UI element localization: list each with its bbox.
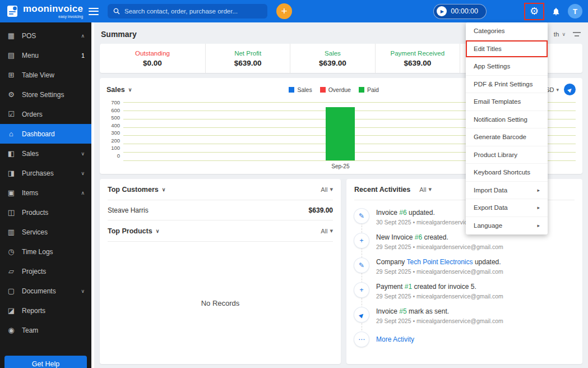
reports-icon: ◪ — [7, 306, 16, 315]
top-products-title[interactable]: Top Products ∨ — [108, 227, 159, 235]
pos-icon: ▦ — [7, 31, 16, 40]
menu-item-app-settings[interactable]: App Settings — [466, 58, 548, 76]
sidebar-item-time-logs[interactable]: ◷ Time Logs — [0, 242, 91, 261]
activity-link[interactable]: #6 — [415, 233, 422, 241]
menu-item-pdf-print-settings[interactable]: PDF & Print Settings — [466, 76, 548, 94]
sidebar-item-table-view[interactable]: ⊞ Table View — [0, 65, 91, 85]
activity-link[interactable]: Tech Point Electronics — [406, 258, 473, 266]
chart-legend: Sales Overdue Paid — [289, 86, 379, 93]
sidebar-item-orders[interactable]: ☑ Orders — [0, 104, 91, 124]
sidebar-item-documents[interactable]: ▢ Documents ∨ — [0, 281, 91, 301]
top-customers-filter[interactable]: All ▾ — [321, 186, 333, 193]
chevron-down-icon: ∨ — [81, 171, 85, 176]
sidebar-item-services[interactable]: ▥ Services — [0, 222, 91, 242]
pencil-icon[interactable]: ✎ — [354, 209, 369, 223]
activity-link[interactable]: #6 — [399, 209, 406, 217]
plus-icon[interactable]: + — [354, 283, 369, 297]
activity-meta: 29 Sept 2025 • micealgardenservice@gmail… — [376, 318, 503, 324]
menu-item-product-library[interactable]: Product Library — [466, 146, 548, 164]
share-icon[interactable]: ▶ — [564, 84, 576, 95]
sales-bar[interactable] — [326, 107, 355, 160]
chevron-up-icon: ∧ — [81, 190, 85, 196]
stat-payment-received: Payment Received $639.00 — [376, 44, 460, 73]
pencil-icon[interactable]: ✎ — [354, 258, 369, 273]
menu-item-keyboard-shortcuts[interactable]: Keyboard Shortcuts — [466, 164, 548, 182]
sidebar: ▦ POS ∧ ▤ Menu 1 ⊞ Table View ⚙ Store Se… — [0, 22, 94, 368]
menu-item-email-templates[interactable]: Email Templates — [466, 93, 548, 111]
legend-swatch-overdue — [320, 87, 326, 93]
recent-activities-filter[interactable]: All ▾ — [419, 186, 432, 193]
more-activity-link[interactable]: More Activity — [376, 335, 414, 343]
menu-item-categories[interactable]: Categories — [466, 22, 548, 40]
sidebar-item-products[interactable]: ◫ Products — [0, 203, 91, 222]
legend-item-sales: Sales — [289, 86, 312, 93]
activity-text: Invoice #5 mark as sent. — [376, 307, 503, 316]
sidebar-item-pos[interactable]: ▦ POS ∧ — [0, 26, 91, 45]
menu-item-export-data[interactable]: Export Data ▸ — [466, 199, 548, 217]
brand-tagline: easy invoicing — [23, 15, 83, 19]
period-selector[interactable]: th ∨ — [554, 31, 566, 38]
recent-activities-title: Recent Activities — [354, 186, 410, 194]
play-icon: ▶ — [437, 6, 447, 16]
team-icon: ◉ — [7, 326, 16, 334]
menu-item-notification-setting[interactable]: Notification Setting — [466, 111, 548, 129]
ellipsis-icon[interactable]: ⋯ — [354, 332, 369, 347]
legend-item-overdue: Overdue — [320, 86, 351, 93]
purchases-icon: ◨ — [7, 169, 16, 177]
sidebar-item-store-settings[interactable]: ⚙ Store Settings — [0, 85, 91, 104]
chevron-down-icon: ∨ — [156, 228, 160, 234]
menu-item-import-data[interactable]: Import Data ▸ — [466, 182, 548, 200]
x-tick-label: Sep-25 — [331, 163, 349, 169]
filter-icon[interactable] — [572, 31, 581, 38]
stat-sales: Sales $639.00 — [290, 44, 375, 73]
menu-item-generate-barcode[interactable]: Generate Barcode — [466, 128, 548, 146]
hamburger-menu-icon[interactable] — [89, 8, 99, 15]
sidebar-item-team[interactable]: ◉ Team — [0, 320, 91, 340]
activity-text: Payment #1 created for invoice 5. — [376, 283, 503, 291]
menu-item-language[interactable]: Language ▸ — [466, 217, 548, 235]
menu-item-edit-titles[interactable]: Edit Titles — [466, 40, 548, 58]
activity-text: New Invoice #6 created. — [376, 233, 503, 242]
sidebar-item-projects[interactable]: ▱ Projects — [0, 261, 91, 281]
caret-down-icon: ▾ — [556, 87, 559, 93]
notifications-bell-icon[interactable] — [552, 7, 561, 16]
legend-item-paid: Paid — [359, 86, 379, 93]
sidebar-item-dashboard[interactable]: ⌂ Dashboard — [0, 124, 91, 144]
sales-chart-title[interactable]: Sales ∨ — [107, 86, 132, 94]
sales-icon: ◧ — [7, 149, 16, 158]
settings-gear-icon[interactable]: ⚙ — [524, 3, 544, 20]
settings-dropdown-menu: Categories Edit Titles App Settings PDF … — [466, 22, 548, 234]
sidebar-item-menu[interactable]: ▤ Menu 1 — [0, 45, 91, 65]
send-icon[interactable]: ▶ — [354, 307, 369, 322]
time-logs-icon: ◷ — [7, 247, 16, 256]
activity-meta: 29 Sept 2025 • micealgardenservice@gmail… — [376, 243, 503, 250]
store-settings-icon: ⚙ — [7, 90, 16, 99]
submenu-arrow-icon: ▸ — [537, 205, 540, 210]
sidebar-item-sales[interactable]: ◧ Sales ∨ — [0, 144, 91, 163]
activity-link[interactable]: #5 — [399, 307, 406, 315]
user-avatar[interactable]: T — [568, 4, 582, 19]
submenu-arrow-icon: ▸ — [537, 223, 540, 228]
timer-button[interactable]: ▶ 00:00:00 — [433, 4, 487, 19]
get-help-button[interactable]: Get Help — [4, 356, 87, 368]
legend-swatch-paid — [359, 87, 364, 93]
timer-value: 00:00:00 — [451, 7, 478, 15]
customer-row[interactable]: Steave Harris $639.00 — [108, 200, 333, 220]
sidebar-item-purchases[interactable]: ◨ Purchases ∨ — [0, 163, 91, 183]
activity-item: ▶ Invoice #5 mark as sent. 29 Sept 2025 … — [354, 303, 575, 328]
search-input[interactable] — [124, 8, 262, 15]
activity-link[interactable]: #1 — [405, 283, 412, 291]
plus-icon[interactable]: + — [354, 233, 369, 248]
chevron-down-icon: ∨ — [562, 31, 566, 37]
caret-down-icon: ▾ — [429, 186, 432, 193]
search-bar[interactable] — [108, 4, 267, 19]
customer-name: Steave Harris — [108, 206, 149, 214]
sidebar-item-items[interactable]: ▣ Items ∧ — [0, 183, 91, 203]
caret-down-icon: ▾ — [330, 227, 333, 234]
top-customers-title[interactable]: Top Customers ∨ — [108, 186, 165, 194]
top-products-filter[interactable]: All ▾ — [321, 227, 333, 234]
sidebar-item-reports[interactable]: ◪ Reports — [0, 301, 91, 320]
chevron-down-icon: ∨ — [81, 288, 85, 294]
add-button[interactable]: + — [276, 3, 292, 19]
brand[interactable]: mooninvoice easy invoicing — [6, 4, 84, 19]
